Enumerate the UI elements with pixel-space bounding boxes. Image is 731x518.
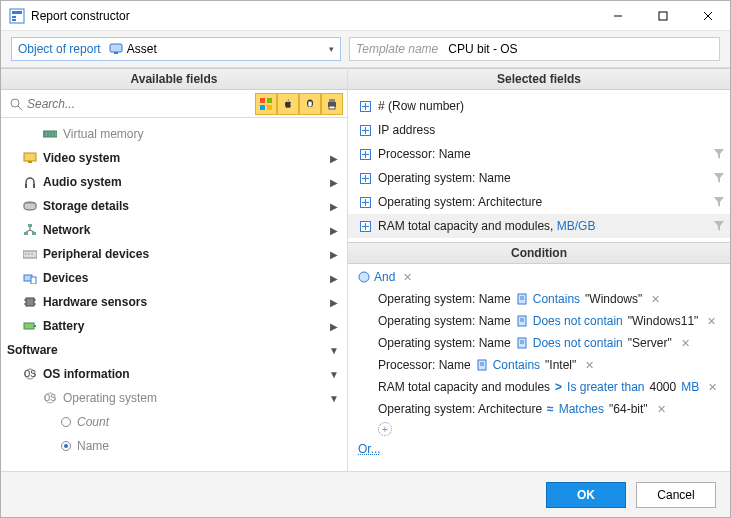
selected-fields-list[interactable]: # (Row number) IP address Processor: Nam… [348,90,730,242]
cond-unit[interactable]: MB [681,380,699,394]
tree-node-hw-sensors[interactable]: Hardware sensors▶ [1,290,347,314]
tree-node-video[interactable]: Video system▶ [1,146,347,170]
svg-rect-2 [12,16,16,18]
os-sub-icon: os [41,392,59,404]
search-input[interactable] [27,94,255,114]
tree-node-operating-system[interactable]: osOperating system▼ [1,386,347,410]
cancel-button[interactable]: Cancel [636,482,716,508]
cond-value[interactable]: "Server" [628,336,672,350]
condition-row[interactable]: Operating system: Architecture≈Matches"6… [358,398,720,420]
tree-leaf-name[interactable]: Name [1,434,347,458]
cond-operator[interactable]: Contains [533,292,580,306]
app-icon [9,8,25,24]
filter-icon[interactable] [714,173,724,183]
printer-filter-icon[interactable] [321,93,343,115]
selected-field[interactable]: Operating system: Architecture [348,190,730,214]
selected-field[interactable]: Processor: Name [348,142,730,166]
search-icon [9,97,23,111]
condition-row[interactable]: Processor: NameContains"Intel"✕ [358,354,720,376]
cond-value[interactable]: "Windows11" [628,314,699,328]
chevron-right-icon: ▶ [327,297,341,308]
close-button[interactable] [685,1,730,30]
remove-icon[interactable]: ✕ [681,337,690,350]
search-row [1,90,347,118]
template-name-input[interactable]: Template name CPU bit - OS [349,37,720,61]
fields-tree[interactable]: Virtual memory Video system▶ Audio syste… [1,118,347,471]
remove-icon[interactable]: ✕ [585,359,594,372]
expand-icon[interactable] [358,219,372,233]
svg-rect-3 [12,19,16,21]
disk-icon [21,201,39,211]
cond-operator[interactable]: Contains [493,358,540,372]
condition-header: Condition [348,242,730,264]
cond-value[interactable]: "64-bit" [609,402,648,416]
cond-operator[interactable]: Matches [559,402,604,416]
tree-section-software[interactable]: Software▼ [1,338,347,362]
remove-icon[interactable]: ✕ [707,315,716,328]
windows-filter-icon[interactable] [255,93,277,115]
dialog-footer: OK Cancel [1,471,730,517]
condition-row[interactable]: RAM total capacity and modules>Is greate… [358,376,720,398]
cond-operator[interactable]: Does not contain [533,314,623,328]
template-label: Template name [356,42,438,56]
tree-node-virtual-memory[interactable]: Virtual memory [1,122,347,146]
object-combo[interactable]: Object of report Asset ▾ [11,37,341,61]
or-link[interactable]: Or... [358,442,381,456]
tree-node-network[interactable]: Network▶ [1,218,347,242]
memory-icon [41,129,59,139]
filter-icon[interactable] [714,149,724,159]
chevron-right-icon: ▶ [327,153,341,164]
tree-node-storage[interactable]: Storage details▶ [1,194,347,218]
cond-value[interactable]: 4000 [650,380,677,394]
selected-field[interactable]: RAM total capacity and modules, MB/GB [348,214,730,238]
svg-rect-9 [114,52,118,54]
template-value: CPU bit - OS [448,42,517,56]
tree-leaf-count[interactable]: Count [1,410,347,434]
tree-node-peripheral[interactable]: Peripheral devices▶ [1,242,347,266]
unit-link[interactable]: MB/GB [557,219,596,233]
remove-icon[interactable]: ✕ [651,293,660,306]
cond-value[interactable]: "Windows" [585,292,642,306]
tree-node-os-info[interactable]: osOS information▼ [1,362,347,386]
expand-icon[interactable] [358,147,372,161]
tree-node-battery[interactable]: Battery▶ [1,314,347,338]
condition-row[interactable]: Operating system: NameContains"Windows"✕ [358,288,720,310]
filter-icon[interactable] [714,197,724,207]
tree-node-audio[interactable]: Audio system▶ [1,170,347,194]
maximize-button[interactable] [640,1,685,30]
cond-operator[interactable]: Does not contain [533,336,623,350]
remove-icon[interactable]: ✕ [657,403,666,416]
tree-node-devices[interactable]: Devices▶ [1,266,347,290]
and-group[interactable]: And ✕ [358,270,720,284]
remove-icon[interactable]: ✕ [403,271,412,284]
expand-icon[interactable] [358,171,372,185]
expand-icon[interactable] [358,123,372,137]
selected-field[interactable]: Operating system: Name [348,166,730,190]
selected-field[interactable]: IP address [348,118,730,142]
radio-on-icon [61,441,71,451]
filter-icon[interactable] [714,221,724,231]
svg-rect-15 [267,105,272,110]
expand-icon[interactable] [358,195,372,209]
asset-icon [109,43,123,55]
svg-rect-34 [24,232,28,235]
minimize-button[interactable] [595,1,640,30]
devices-icon [21,272,39,284]
cond-value[interactable]: "Intel" [545,358,576,372]
condition-block: And ✕ Operating system: NameContains"Win… [348,264,730,471]
ok-button[interactable]: OK [546,482,626,508]
linux-filter-icon[interactable] [299,93,321,115]
condition-row[interactable]: Operating system: NameDoes not contain"S… [358,332,720,354]
cond-operator[interactable]: Is greater than [567,380,644,394]
op-icon [476,359,488,371]
remove-icon[interactable]: ✕ [708,381,717,394]
selected-field[interactable]: # (Row number) [348,94,730,118]
add-condition-button[interactable]: + [378,422,392,436]
svg-rect-12 [260,98,265,103]
svg-rect-51 [34,325,36,327]
expand-icon[interactable] [358,99,372,113]
battery-icon [21,321,39,331]
cond-field: Operating system: Name [378,292,511,306]
condition-row[interactable]: Operating system: NameDoes not contain"W… [358,310,720,332]
apple-filter-icon[interactable] [277,93,299,115]
